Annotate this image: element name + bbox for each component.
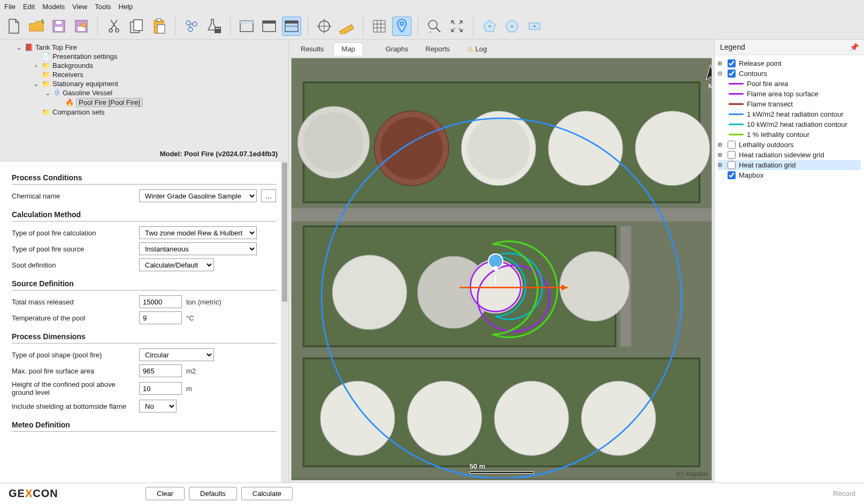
chk-mapbox[interactable] (728, 171, 736, 179)
pentagon-icon[interactable] (480, 17, 499, 36)
scrollbar[interactable] (281, 162, 288, 483)
svg-point-12 (186, 21, 190, 25)
tree-item[interactable]: Presentation settings (52, 52, 117, 60)
tab-graphs[interactable]: Graphs (378, 43, 416, 55)
lg-item[interactable]: Pool fire area (747, 80, 788, 88)
tree-root[interactable]: Tank Top Fire (35, 43, 77, 51)
svg-point-51 (636, 111, 710, 186)
input-pool-height[interactable] (139, 382, 182, 395)
svg-text:N: N (708, 83, 712, 89)
chk-release-point[interactable] (728, 59, 736, 67)
label-pool-source: Type of pool fire source (12, 245, 135, 253)
flask-calc-icon[interactable] (204, 17, 224, 36)
tab-bar: Results Map Graphs Reports ⚠ Log (289, 40, 714, 56)
pin-panel-icon[interactable]: 📌 (850, 43, 859, 51)
svg-line-32 (436, 28, 440, 32)
select-soot[interactable]: Calculate/Default (139, 258, 214, 271)
window1-icon[interactable] (237, 17, 256, 36)
lg-heatgrid[interactable]: Heat radiation grid (739, 161, 796, 169)
project-tree[interactable]: ⌄📕Tank Top Fire 📄Presentation settings ›… (0, 40, 288, 147)
lg-contours[interactable]: Contours (739, 70, 767, 78)
tree-item[interactable]: Stationary equipment (52, 80, 118, 88)
svg-rect-17 (217, 28, 218, 29)
cut-icon[interactable] (104, 17, 124, 36)
input-max-area[interactable] (139, 364, 182, 377)
tab-results[interactable]: Results (293, 43, 331, 55)
svg-point-50 (548, 111, 623, 186)
chk-lethality[interactable] (728, 141, 736, 149)
paste-icon[interactable] (149, 17, 169, 36)
svg-point-13 (193, 22, 197, 26)
svg-rect-11 (157, 25, 165, 33)
defaults-button[interactable]: Defaults (189, 487, 237, 500)
svg-point-30 (400, 22, 403, 25)
save-edit-icon[interactable] (72, 17, 91, 36)
tree-item[interactable]: Gasoline Vessel (63, 89, 112, 97)
tab-map[interactable]: Map (333, 42, 363, 56)
grid-icon[interactable] (370, 17, 389, 36)
menu-models[interactable]: Models (42, 3, 65, 11)
pin-icon[interactable] (392, 17, 411, 36)
menu-file[interactable]: File (4, 3, 16, 11)
select-chemical[interactable]: Winter Grade Gasoline Sample (139, 189, 257, 202)
window3-icon[interactable] (282, 17, 301, 36)
map-attribution: (c) Mapbox (676, 470, 708, 478)
calculate-button[interactable]: Calculate (241, 487, 293, 500)
toolbar (0, 13, 864, 40)
tab-reports[interactable]: Reports (418, 43, 457, 55)
select-shielding[interactable]: No (139, 400, 177, 413)
fire-icon: 🔥 (65, 98, 74, 106)
lg-item[interactable]: 1 kW/m2 heat radiation contour (747, 110, 844, 118)
menu-tools[interactable]: Tools (95, 3, 111, 11)
section-calc-method: Calculation Method (12, 204, 277, 222)
svg-point-58 (494, 381, 569, 455)
copy-icon[interactable] (127, 17, 146, 36)
warning-icon: ⚠ (467, 45, 473, 53)
map-view[interactable]: N 50 m (c) Mapbox (291, 58, 712, 480)
chk-contours[interactable] (728, 70, 736, 78)
lg-release-point[interactable]: Release point (739, 59, 782, 67)
lg-item[interactable]: 1 % lethality contour (747, 131, 809, 139)
menu-help[interactable]: Help (119, 3, 133, 11)
svg-rect-18 (219, 28, 220, 29)
svg-point-59 (582, 381, 656, 455)
tree-item[interactable]: Receivers (52, 71, 83, 79)
clear-button[interactable]: Clear (146, 487, 185, 500)
lg-mapbox[interactable]: Mapbox (739, 171, 763, 179)
chk-heatgrid[interactable] (728, 161, 736, 169)
target-icon[interactable] (315, 17, 334, 36)
square-dot-icon[interactable] (525, 17, 544, 36)
menu-edit[interactable]: Edit (23, 3, 35, 11)
lg-lethality[interactable]: Lethality outdoors (739, 141, 794, 149)
tree-item-selected[interactable]: Pool Fire [Pool Fire] (76, 98, 143, 107)
input-pool-temp[interactable] (139, 311, 182, 324)
open-folder-icon[interactable] (27, 17, 46, 36)
select-pool-shape[interactable]: Circular (139, 348, 214, 361)
svg-point-64 (493, 266, 498, 271)
unit-total-mass: ton (metric) (186, 298, 221, 306)
expand-icon[interactable] (447, 17, 467, 36)
tab-log[interactable]: ⚠ Log (460, 43, 494, 55)
svg-rect-1 (55, 27, 63, 31)
tree-item[interactable]: Comparison sets (52, 108, 105, 116)
menu-view[interactable]: View (72, 3, 87, 11)
svg-rect-42 (292, 208, 712, 222)
ruler-icon[interactable] (337, 17, 356, 36)
circle-dot-icon[interactable] (502, 17, 522, 36)
select-pool-source[interactable]: Instantaneous (139, 242, 257, 255)
zoom-icon[interactable] (425, 17, 444, 36)
lg-sideview[interactable]: Heat radiation sideview grid (739, 151, 824, 159)
tree-item[interactable]: Backgrounds (52, 62, 93, 70)
lg-item[interactable]: Flame transect (747, 100, 793, 108)
input-total-mass[interactable] (139, 295, 182, 308)
new-file-icon[interactable] (4, 17, 24, 36)
window2-icon[interactable] (259, 17, 279, 36)
select-pool-calc[interactable]: Two zone model Rew & Hulbert (139, 226, 257, 239)
browse-chemical-button[interactable]: … (261, 189, 276, 202)
svg-point-52 (332, 255, 407, 330)
chk-sideview[interactable] (728, 151, 736, 159)
lg-item[interactable]: 10 kW/m2 heat radiation contour (747, 120, 847, 128)
molecule-icon[interactable] (182, 17, 201, 36)
save-icon[interactable] (49, 17, 68, 36)
lg-item[interactable]: Flame area top surface (747, 90, 819, 98)
